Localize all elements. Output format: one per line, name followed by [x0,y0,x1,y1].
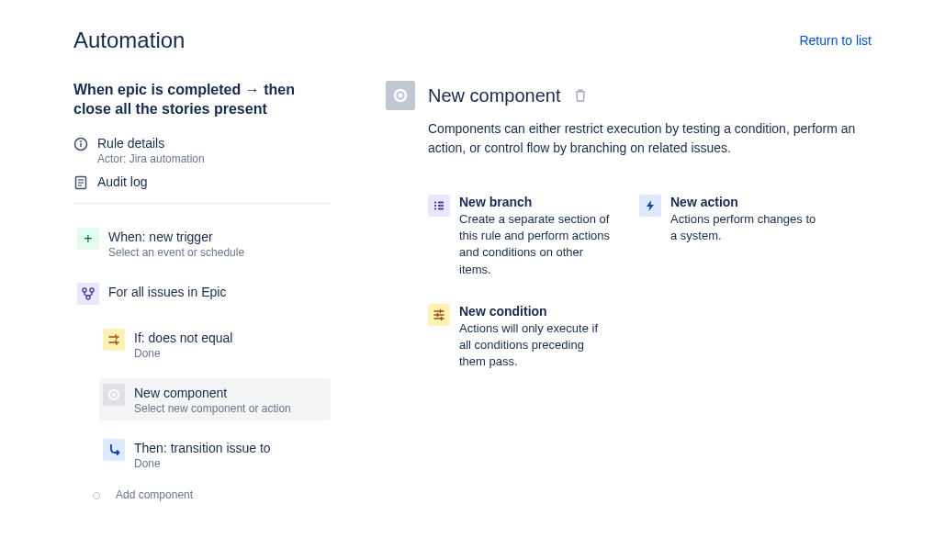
log-icon [73,175,88,190]
option-condition-title: New condition [459,304,612,319]
flow-action-sub: Done [134,457,327,470]
rule-details-label: Rule details [97,136,331,151]
flow-condition-sub: Done [134,347,327,360]
transition-icon [103,439,125,461]
plus-icon: + [77,228,99,250]
filter-icon [428,304,450,326]
panel-title: New component [428,85,561,106]
add-component-label: Add component [116,488,193,501]
flow-trigger-sub: Select an event or schedule [108,246,327,259]
info-icon [73,137,88,151]
svg-rect-15 [434,202,436,204]
flow-branch-node[interactable]: For all issues in Epic [73,277,331,310]
svg-rect-16 [438,202,444,204]
option-action-desc: Actions perform changes to a system. [670,211,823,244]
rule-actor: Actor: Jira automation [97,152,331,165]
audit-log-row[interactable]: Audit log [73,174,331,190]
flow-action-label: Then: transition issue to [134,441,327,455]
rule-details-row[interactable]: Rule details Actor: Jira automation [73,136,331,165]
svg-point-12 [110,444,112,446]
svg-rect-17 [434,205,436,207]
flow-branch-label: For all issues in Epic [108,285,327,299]
audit-log-label: Audit log [97,174,331,189]
svg-rect-2 [80,142,82,146]
svg-rect-20 [438,208,444,210]
flow-component-sub: Select new component or action [134,402,327,415]
option-new-condition[interactable]: New condition Actions will only execute … [428,304,612,371]
condition-icon [103,329,125,351]
component-header-icon [386,81,415,110]
flow-condition-node[interactable]: If: does not equal Done [99,323,331,365]
flow-component-node[interactable]: New component Select new component or ac… [99,378,331,420]
option-branch-title: New branch [459,195,612,209]
return-to-list-link[interactable]: Return to list [799,33,872,48]
svg-point-7 [83,288,86,292]
option-condition-desc: Actions will only execute if all conditi… [459,320,612,371]
option-branch-desc: Create a separate section of this rule a… [459,211,612,278]
flow-component-label: New component [134,386,327,400]
option-new-branch[interactable]: New branch Create a separate section of … [428,195,612,278]
option-new-action[interactable]: New action Actions perform changes to a … [639,195,823,278]
option-action-title: New action [670,195,823,209]
panel-description: Components can either restrict execution… [428,119,872,158]
delete-button[interactable] [574,88,587,103]
branch-icon [77,283,99,305]
flow-action-node[interactable]: Then: transition issue to Done [99,433,331,476]
flow-condition-label: If: does not equal [134,330,327,345]
svg-rect-18 [438,205,444,207]
add-dot-icon [93,492,100,499]
svg-point-1 [80,140,82,142]
page-title: Automation [73,28,185,53]
flow-trigger-label: When: new trigger [108,230,327,244]
rule-title: When epic is completed → then close all … [73,81,331,119]
svg-rect-19 [434,208,436,210]
component-icon [103,384,125,406]
svg-point-8 [90,288,94,292]
lightning-icon [639,195,661,217]
list-icon [428,195,450,217]
add-component-link[interactable]: Add component [116,488,331,501]
svg-point-14 [399,94,403,98]
svg-point-11 [112,393,116,397]
flow-trigger-node[interactable]: + When: new trigger Select an event or s… [73,222,331,264]
